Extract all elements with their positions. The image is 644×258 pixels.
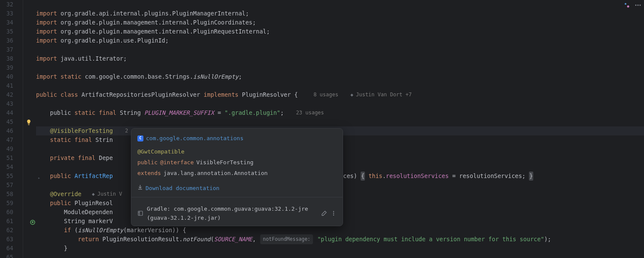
- line-number: 33: [3, 9, 13, 18]
- code-line: return PluginResolutionResult.notFound(S…: [36, 235, 644, 244]
- code-line: import org.gradle.plugin.management.inte…: [36, 18, 644, 27]
- more-vertical-icon[interactable]: [331, 210, 337, 217]
- line-number: 42: [3, 90, 13, 99]
- code-line: if (isNullOrEmpty(markerVersion)) {: [36, 226, 644, 235]
- code-line: import org.gradle.api.internal.plugins.P…: [36, 9, 644, 18]
- edit-icon[interactable]: [321, 210, 327, 217]
- popup-package-row: C com.google.common.annotations: [131, 133, 343, 144]
- line-number: 46: [3, 126, 13, 135]
- line-number: 51: [3, 154, 13, 163]
- line-number: 54: [3, 163, 13, 172]
- line-number: 64: [3, 244, 13, 253]
- usages-hint[interactable]: 23 usages: [295, 108, 326, 117]
- code-line: [36, 99, 644, 108]
- usages-hint[interactable]: 8 usages: [312, 90, 340, 99]
- line-number: 61: [3, 217, 13, 226]
- code-area[interactable]: import org.gradle.api.internal.plugins.P…: [34, 0, 644, 258]
- line-number: 58: [3, 190, 13, 199]
- line-number: 60: [3, 208, 13, 217]
- code-line: [36, 81, 644, 90]
- line-number: 55: [3, 172, 13, 181]
- line-number: 35: [3, 27, 13, 36]
- line-number: 57: [3, 181, 13, 190]
- line-number: 34: [3, 18, 13, 27]
- line-number: 39: [3, 63, 13, 72]
- download-icon: [137, 184, 143, 193]
- line-number: 37: [3, 45, 13, 54]
- line-number: 36: [3, 36, 13, 45]
- line-number: 49: [3, 144, 13, 154]
- person-icon: ◆: [92, 190, 95, 199]
- line-number: 41: [3, 81, 13, 90]
- code-line: }: [36, 244, 644, 253]
- svg-rect-6: [138, 211, 143, 215]
- popup-package-link[interactable]: com.google.common.annotations: [146, 134, 243, 143]
- author-hint[interactable]: Justin V: [96, 190, 124, 199]
- popup-download-row[interactable]: Download documentation: [131, 183, 343, 194]
- line-number: 59: [3, 199, 13, 208]
- code-line: [36, 253, 644, 258]
- line-number: 32: [3, 0, 13, 9]
- code-line: [36, 0, 644, 9]
- intention-bulb-icon[interactable]: [26, 119, 32, 125]
- quick-doc-popup[interactable]: C com.google.common.annotations @GwtComp…: [131, 128, 343, 226]
- class-icon: C: [137, 135, 143, 141]
- line-number: 38: [3, 54, 13, 63]
- popup-footer: Gradle: com.google.common.guava:guava:32…: [131, 201, 343, 226]
- code-line: [36, 45, 644, 54]
- line-number: 44: [3, 108, 13, 117]
- line-number: 43: [3, 99, 13, 108]
- code-line: [36, 117, 644, 126]
- line-number: 45: [3, 117, 13, 126]
- code-line: import java.util.Iterator;: [36, 54, 644, 63]
- line-number: 40: [3, 72, 13, 81]
- author-hint[interactable]: Justin Van Dort +7: [354, 90, 413, 99]
- popup-signature: extends java.lang.annotation.Annotation: [131, 168, 343, 178]
- code-line: public static final String PLUGIN_MARKER…: [36, 108, 644, 117]
- editor: 3233343536373839404142434445464749515455…: [0, 0, 644, 258]
- popup-signature: @GwtCompatible: [131, 146, 343, 157]
- person-icon: ◆: [350, 90, 353, 99]
- code-line: public class ArtifactRepositoriesPluginR…: [36, 90, 644, 99]
- svg-point-8: [333, 213, 334, 214]
- svg-point-9: [333, 215, 334, 215]
- code-line: import org.gradle.plugin.management.inte…: [36, 27, 644, 36]
- parameter-hint: notFoundMessage:: [260, 234, 313, 244]
- line-number: 65: [3, 253, 13, 258]
- code-line: [36, 63, 644, 72]
- popup-footer-text: Gradle: com.google.common.guava:guava:32…: [147, 204, 314, 222]
- line-number-gutter: 3233343536373839404142434445464749515455…: [0, 0, 23, 258]
- line-number: 62: [3, 226, 13, 235]
- line-number: 63: [3, 235, 13, 244]
- popup-signature: public @interface VisibleForTesting: [131, 157, 343, 168]
- library-icon: [137, 210, 143, 216]
- line-number: 47: [3, 135, 13, 144]
- svg-point-7: [333, 211, 334, 212]
- code-line: import static com.google.common.base.Str…: [36, 72, 644, 81]
- gutter-icons-column: ▸: [23, 0, 34, 258]
- code-line: import org.gradle.plugin.use.PluginId;: [36, 36, 644, 45]
